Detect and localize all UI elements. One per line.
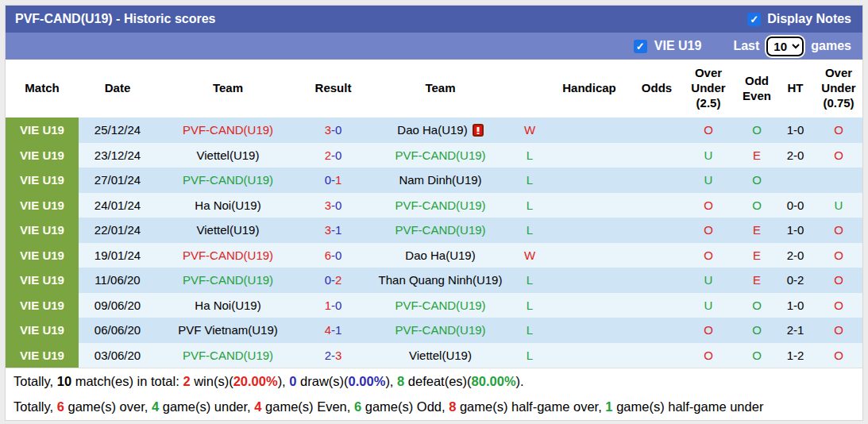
over-under-25-value: O: [681, 343, 736, 368]
score-away: 1: [335, 323, 341, 337]
match-score: 0-2: [299, 268, 367, 293]
league-badge: VIE U19: [6, 293, 79, 318]
odd-even-letter: O: [752, 299, 762, 312]
summary-segment: 80.00%: [472, 374, 516, 389]
handicap-value: [546, 193, 633, 218]
over-under-075-value: O: [813, 243, 863, 268]
over-under-25-value: O: [681, 218, 736, 243]
team-filter-checkbox[interactable]: [634, 40, 647, 53]
score-away: 0: [335, 199, 341, 212]
match-score: 2-0: [299, 143, 367, 168]
over-under-075-value: [813, 168, 863, 193]
away-team-name: PVF-CAND(U19): [395, 299, 485, 312]
home-team: PVF Vietnam(U19): [156, 318, 299, 343]
result-letter: L: [514, 193, 546, 218]
odd-even-value: E: [736, 143, 777, 168]
over-under-25-value: U: [681, 143, 736, 168]
match-date: 11/06/20: [79, 268, 156, 293]
result-letter: L: [514, 143, 546, 168]
summary-segment: game(s) Odd,: [361, 399, 449, 414]
over-under-25-letter: O: [704, 223, 713, 237]
league-badge: VIE U19: [6, 168, 79, 193]
odds-value: [633, 343, 681, 368]
ht-score: [777, 168, 813, 193]
over-under-075-value: O: [813, 343, 863, 368]
odd-even-value: E: [736, 218, 777, 243]
odds-value: [633, 318, 681, 343]
home-team: PVF-CAND(U19): [156, 243, 299, 268]
odd-even-value: O: [736, 118, 777, 143]
title-bar: PVF-CAND(U19) - Historic scores Display …: [6, 6, 862, 33]
ht-score: 2-0: [777, 243, 813, 268]
summary-segment: win(s)(: [191, 374, 233, 389]
table-row: VIE U1903/06/20PVF-CAND(U19)2-3Viettel(U…: [6, 343, 863, 368]
match-date: 24/01/24: [79, 193, 156, 218]
table-row: VIE U1925/12/24PVF-CAND(U19)3-0Dao Ha(U1…: [6, 118, 863, 143]
ht-score: 0-2: [777, 268, 813, 293]
score-home: 0: [325, 273, 331, 287]
odd-even-letter: E: [753, 223, 761, 237]
odds-value: [633, 293, 681, 318]
over-under-25-letter: U: [704, 273, 713, 287]
odd-even-letter: O: [752, 173, 762, 187]
odd-even-letter: E: [753, 273, 761, 287]
home-team-name: PVF-CAND(U19): [183, 349, 273, 362]
match-date: 22/01/24: [79, 218, 156, 243]
score-away: 1: [335, 173, 341, 187]
league-badge: VIE U19: [6, 343, 79, 368]
table-row: VIE U1924/01/24Ha Noi(U19)3-0PVF-CAND(U1…: [6, 193, 863, 218]
col-header-outcome: [514, 60, 546, 118]
summary-segment: 20.00%: [233, 374, 278, 389]
score-home: 6: [325, 249, 331, 262]
result-letter: L: [514, 293, 546, 318]
home-team: Ha Noi(U19): [156, 193, 299, 218]
summary-segment: match(es) in total:: [71, 374, 183, 389]
over-under-075-value: U: [813, 193, 863, 218]
over-under-25-value: U: [681, 293, 736, 318]
over-under-25-value: O: [681, 118, 736, 143]
score-away: 3: [335, 349, 341, 362]
home-team-name: PVF-CAND(U19): [183, 173, 273, 187]
league-badge: VIE U19: [6, 218, 79, 243]
away-team-name: Than Quang Ninh(U19): [379, 273, 503, 287]
league-badge: VIE U19: [6, 193, 79, 218]
score-home: 3: [325, 223, 331, 237]
away-team: Nam Dinh(U19): [367, 168, 514, 193]
over-under-25-letter: U: [704, 148, 713, 162]
over-under-25-letter: O: [704, 349, 713, 362]
home-team: PVF-CAND(U19): [156, 343, 299, 368]
over-under-075-letter: O: [834, 299, 843, 312]
result-letter-value: L: [527, 173, 533, 187]
historic-scores-widget: PVF-CAND(U19) - Historic scores Display …: [5, 5, 863, 421]
odd-even-value: O: [736, 318, 777, 343]
summary-segment: defeat(es)(: [404, 374, 471, 389]
match-score: 3-0: [299, 118, 367, 143]
away-team-name: Dao Ha(U19): [405, 249, 475, 262]
away-team-name: PVF-CAND(U19): [395, 323, 485, 337]
result-letter-value: W: [524, 123, 535, 137]
away-team-name: PVF-CAND(U19): [395, 199, 485, 212]
result-letter-value: L: [527, 148, 533, 162]
summary-segment: ),: [385, 374, 397, 389]
odds-value: [633, 168, 681, 193]
handicap-value: [546, 118, 633, 143]
home-team-name: Ha Noi(U19): [195, 299, 260, 312]
over-under-25-letter: U: [704, 173, 713, 187]
odd-even-value: E: [736, 243, 777, 268]
col-header-over-under-25: Over Under (2.5): [681, 60, 736, 118]
games-count-select[interactable]: 10: [766, 37, 804, 56]
result-letter-value: L: [527, 349, 533, 362]
away-team-name: Dao Ha(U19): [397, 123, 467, 137]
home-team-name: Ha Noi(U19): [195, 199, 260, 212]
display-notes-checkbox[interactable]: [747, 13, 761, 26]
result-letter: L: [514, 218, 546, 243]
score-away: 0: [335, 148, 341, 162]
score-home: 2: [325, 148, 331, 162]
result-letter-value: L: [527, 223, 533, 237]
summary-segment: Totally,: [14, 374, 57, 389]
summary-segment: 8: [397, 374, 404, 389]
col-header-home-team: Team: [156, 60, 299, 118]
match-score: 1-0: [299, 293, 367, 318]
score-away: 0: [335, 249, 341, 262]
summary-segment: ).: [516, 374, 524, 389]
